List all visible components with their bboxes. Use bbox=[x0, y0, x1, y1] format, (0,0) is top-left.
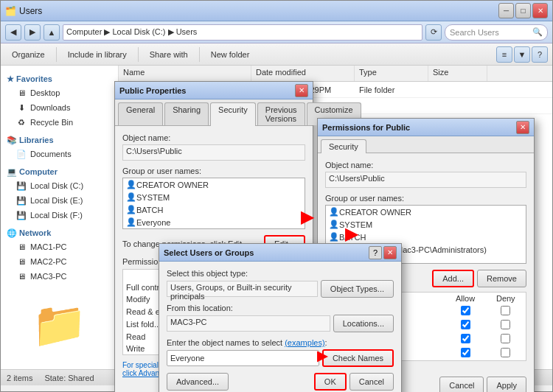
refresh-button[interactable]: ⟳ bbox=[425, 24, 442, 41]
share-with-button[interactable]: Share with bbox=[143, 46, 195, 63]
sidebar-item-desktop[interactable]: 🖥 Desktop bbox=[1, 85, 118, 100]
list-item-user2[interactable]: 👤 SYSTEM bbox=[123, 191, 305, 203]
computer-section: 💻 Computer 💾 Local Disk (C:) 💾 Local Dis… bbox=[1, 164, 118, 223]
perm2-list-deny[interactable] bbox=[501, 348, 510, 357]
advanced-button[interactable]: Advanced... bbox=[167, 373, 229, 391]
tab-security-perms[interactable]: Security bbox=[321, 139, 366, 153]
enter-object-row: Enter the object names to select (exampl… bbox=[167, 338, 394, 367]
sidebar-item-mac2[interactable]: 🖥 MAC2-PC bbox=[1, 254, 118, 269]
list-item-user3[interactable]: 👤 BATCH bbox=[123, 203, 305, 216]
perm2-modify-deny[interactable] bbox=[501, 320, 510, 329]
view-options-button[interactable]: ▼ bbox=[514, 46, 530, 63]
mac1-icon: 🖥 bbox=[15, 241, 27, 253]
select-users-close[interactable]: ✕ bbox=[383, 246, 397, 259]
view-toggle-button[interactable]: ≡ bbox=[496, 46, 512, 63]
permissions-close[interactable]: ✕ bbox=[516, 121, 529, 134]
col-date-header[interactable]: Date modified bbox=[251, 66, 355, 81]
public-properties-tabs: General Sharing Security Previous Versio… bbox=[115, 99, 313, 126]
list-item-user1[interactable]: 👤 CREATOR OWNER bbox=[123, 178, 305, 191]
perm2-full-allow[interactable] bbox=[461, 306, 470, 315]
perm2-modify-allow[interactable] bbox=[461, 320, 470, 329]
close-button[interactable]: ✕ bbox=[532, 3, 548, 18]
forward-button[interactable]: ▶ bbox=[24, 24, 41, 41]
select-users-controls: ? ✕ bbox=[369, 246, 397, 259]
select-cancel-button[interactable]: Cancel bbox=[349, 373, 394, 391]
object-type-label: Select this object type: bbox=[167, 269, 394, 278]
perms-cancel-button[interactable]: Cancel bbox=[439, 377, 484, 392]
computer-header[interactable]: 💻 Computer bbox=[1, 164, 118, 178]
public-properties-close[interactable]: ✕ bbox=[295, 84, 308, 97]
user3-name: BATCH bbox=[136, 206, 163, 214]
col-size-header[interactable]: Size bbox=[428, 66, 487, 81]
perm2-read-deny[interactable] bbox=[501, 334, 510, 343]
sidebar-item-local-c[interactable]: 💾 Local Disk (C:) bbox=[1, 178, 118, 193]
list-item-user4[interactable]: 👤 Everyone bbox=[123, 216, 305, 228]
object-names-input[interactable] bbox=[167, 350, 319, 366]
locations-button[interactable]: Locations... bbox=[333, 315, 394, 332]
address-bar[interactable]: Computer ▶ Local Disk (C:) ▶ Users bbox=[63, 24, 422, 41]
object-name-group: Object name: C:\Users\Public bbox=[122, 133, 305, 161]
mac3-icon: 🖥 bbox=[15, 270, 27, 282]
sidebar-item-mac3[interactable]: 🖥 MAC3-PC bbox=[1, 269, 118, 284]
remove-button[interactable]: Remove bbox=[477, 270, 526, 287]
minimize-button[interactable]: ─ bbox=[498, 3, 514, 18]
perm2-list-allow[interactable] bbox=[461, 348, 470, 357]
user2-icon: 👤 bbox=[126, 192, 136, 202]
libraries-section: 📚 Libraries 📄 Documents bbox=[1, 133, 118, 161]
sidebar-item-documents[interactable]: 📄 Documents bbox=[1, 147, 118, 161]
favorites-header[interactable]: ★ Favorites bbox=[1, 71, 118, 85]
tab-security[interactable]: Security bbox=[210, 102, 256, 126]
search-box[interactable]: Search Users 🔍 bbox=[445, 24, 548, 41]
include-library-button[interactable]: Include in library bbox=[61, 46, 133, 63]
enter-label: Enter the object names to select (exampl… bbox=[167, 338, 394, 347]
item-count: 2 items bbox=[7, 374, 32, 382]
perms-apply-button[interactable]: Apply bbox=[487, 377, 526, 392]
edit-arrow: ▶ bbox=[301, 208, 313, 227]
organize-button[interactable]: Organize bbox=[5, 46, 52, 63]
users-list[interactable]: 👤 CREATOR OWNER 👤 SYSTEM 👤 BATCH 👤 Every… bbox=[122, 178, 305, 229]
sidebar-item-mac3-label: MAC3-PC bbox=[30, 272, 67, 281]
perms-list-item-creator[interactable]: 👤 CREATOR OWNER bbox=[326, 206, 526, 218]
back-button[interactable]: ◀ bbox=[5, 24, 21, 41]
object-type-row: Select this object type: Users, Groups, … bbox=[167, 269, 394, 298]
select-ok-button[interactable]: OK bbox=[314, 373, 347, 391]
network-header[interactable]: 🌐 Network bbox=[1, 225, 118, 239]
help-button[interactable]: ? bbox=[532, 46, 548, 63]
toolbar-sep3 bbox=[199, 47, 200, 62]
libraries-header[interactable]: 📚 Libraries bbox=[1, 133, 118, 147]
tab-sharing[interactable]: Sharing bbox=[164, 102, 209, 125]
tab-general[interactable]: General bbox=[118, 102, 163, 125]
up-button[interactable]: ▲ bbox=[44, 24, 60, 41]
object-types-button[interactable]: Object Types... bbox=[321, 280, 394, 298]
col-type-header[interactable]: Type bbox=[355, 66, 428, 81]
documents-icon: 📄 bbox=[15, 148, 27, 160]
tab-previous-versions[interactable]: Previous Versions bbox=[257, 102, 305, 125]
sidebar-item-downloads[interactable]: ⬇ Downloads bbox=[1, 100, 118, 115]
perms-group-label: Group or user names: bbox=[325, 194, 526, 203]
object-name-value: C:\Users\Public bbox=[122, 144, 305, 161]
location-row: From this location: MAC3-PC Locations... bbox=[167, 304, 394, 332]
add-button[interactable]: Add... bbox=[432, 270, 474, 287]
public-properties-title-bar: Public Properties ✕ bbox=[115, 82, 313, 99]
new-folder-button[interactable]: New folder bbox=[204, 46, 257, 63]
group-users-group: Group or user names: 👤 CREATOR OWNER 👤 S… bbox=[122, 167, 305, 229]
sidebar-item-local-e[interactable]: 💾 Local Disk (E:) bbox=[1, 193, 118, 208]
perm2-full-deny[interactable] bbox=[501, 306, 510, 315]
sidebar-item-mac1[interactable]: 🖥 MAC1-PC bbox=[1, 239, 118, 254]
sidebar-item-local-c-label: Local Disk (C:) bbox=[30, 181, 83, 190]
maximize-button[interactable]: □ bbox=[515, 3, 531, 18]
sidebar-item-recycle[interactable]: ♻ Recycle Bin bbox=[1, 115, 118, 130]
select-users-help[interactable]: ? bbox=[369, 246, 382, 259]
sidebar-item-local-f[interactable]: 💾 Local Disk (F:) bbox=[1, 208, 118, 223]
examples-link[interactable]: (examples) bbox=[285, 338, 324, 347]
file-list-header: Name Date modified Type Size bbox=[119, 66, 552, 82]
system-icon: 👤 bbox=[329, 220, 339, 229]
check-names-button[interactable]: Check Names bbox=[322, 349, 394, 367]
large-folder-icon: 📁 bbox=[32, 298, 87, 351]
perm2-read-allow[interactable] bbox=[461, 334, 470, 343]
location-input-row: MAC3-PC Locations... bbox=[167, 315, 394, 332]
disk-c-icon: 💾 bbox=[15, 180, 27, 192]
col-name-header[interactable]: Name bbox=[119, 66, 251, 81]
check-names-arrow: ▶ bbox=[317, 348, 327, 364]
file-size-mac3 bbox=[428, 88, 487, 91]
